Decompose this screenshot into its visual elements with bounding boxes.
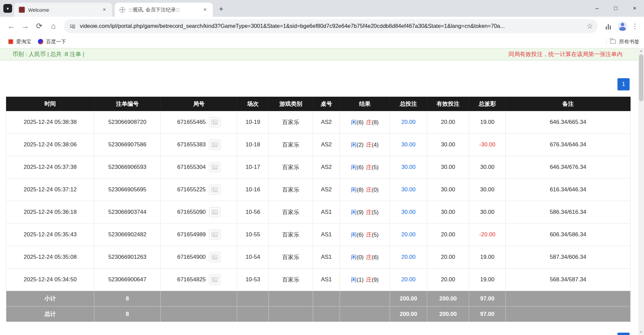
tab-search-button[interactable]: ▾ bbox=[3, 4, 12, 13]
tab-close-icon[interactable]: × bbox=[201, 6, 209, 13]
total-bet-link[interactable]: 30.00 bbox=[401, 209, 416, 215]
forward-icon[interactable]: → bbox=[18, 19, 32, 33]
table-row: 2025-12-24 05:37:38 523066906593 6716553… bbox=[6, 156, 631, 179]
total-bet-link[interactable]: 20.00 bbox=[401, 276, 416, 283]
page-scrollbar[interactable]: ▲ ▼ bbox=[638, 48, 644, 335]
banker-result: 庄 bbox=[366, 142, 372, 148]
cell-session: 10-17 bbox=[237, 156, 269, 179]
pagination-page-1-bottom[interactable]: 1 bbox=[617, 333, 630, 335]
cell-total-bet[interactable]: 20.00 bbox=[390, 224, 427, 246]
new-tab-button[interactable]: + bbox=[215, 3, 227, 15]
cell-total-bet[interactable]: 20.00 bbox=[390, 269, 427, 291]
cell-time: 2025-12-24 05:34:50 bbox=[6, 269, 94, 291]
round-result-image-icon[interactable] bbox=[209, 230, 220, 240]
cell-total-bet[interactable]: 30.00 bbox=[390, 156, 427, 179]
cell-session: 10-53 bbox=[237, 269, 269, 291]
close-button[interactable]: × bbox=[625, 0, 644, 17]
maximize-button[interactable]: □ bbox=[606, 0, 625, 17]
cell-valid-bet: 30.00 bbox=[427, 134, 469, 156]
bookmark-baidu[interactable]: 百度一下 bbox=[35, 37, 69, 46]
table-header: 时间 注单编号 局号 场次 游戏类别 桌号 结果 总投注 有效投注 总派彩 备注 bbox=[6, 97, 631, 111]
cell-total-bet[interactable]: 30.00 bbox=[390, 179, 427, 201]
media-controls-icon[interactable] bbox=[604, 23, 612, 30]
total-bet-link[interactable]: 20.00 bbox=[401, 119, 416, 125]
total-bet-link[interactable]: 20.00 bbox=[401, 231, 416, 238]
player-result: 闲 bbox=[351, 254, 357, 260]
header-round: 局号 bbox=[161, 97, 237, 111]
cell-result: 闲(8)庄(0) bbox=[340, 179, 390, 201]
header-table-no: 桌号 bbox=[313, 97, 340, 111]
folder-icon bbox=[610, 40, 616, 44]
total-bet-link[interactable]: 20.00 bbox=[401, 254, 416, 260]
total-bet-link[interactable]: 30.00 bbox=[401, 141, 416, 148]
header-game-type: 游戏类别 bbox=[269, 97, 313, 111]
scroll-down-icon[interactable]: ▼ bbox=[638, 329, 644, 335]
home-icon[interactable]: ⌂ bbox=[46, 19, 60, 33]
table-row: 2025-12-24 05:35:43 523066902482 6716549… bbox=[6, 224, 631, 246]
round-result-image-icon[interactable] bbox=[209, 140, 220, 150]
cell-session: 10-19 bbox=[237, 111, 269, 134]
total-bet-link[interactable]: 30.00 bbox=[401, 164, 416, 170]
refresh-icon[interactable]: ⟳ bbox=[32, 19, 46, 33]
cell-table-no: AS1 bbox=[313, 224, 340, 246]
player-result: 闲 bbox=[351, 209, 357, 216]
all-bookmarks[interactable]: 所有书签 bbox=[606, 39, 639, 45]
bookmark-aitaobao[interactable]: 爱淘宝 bbox=[5, 37, 35, 46]
browser-menu-icon[interactable]: ⋮ bbox=[630, 22, 640, 30]
site-info-icon[interactable] bbox=[69, 23, 76, 30]
cell-result: 闲(9)庄(5) bbox=[340, 201, 390, 224]
round-result-image-icon[interactable] bbox=[209, 252, 220, 262]
cell-time: 2025-12-24 05:35:08 bbox=[6, 246, 94, 269]
cell-payout: -30.00 bbox=[469, 134, 506, 156]
player-result: 闲 bbox=[351, 187, 357, 193]
total-bet-link[interactable]: 30.00 bbox=[401, 186, 416, 193]
cell-table-no: AS2 bbox=[313, 156, 340, 179]
header-valid-bet: 有效投注 bbox=[427, 97, 469, 111]
cell-total-bet[interactable]: 30.00 bbox=[390, 201, 427, 224]
minimize-button[interactable]: – bbox=[588, 0, 606, 17]
total-total-bet: 200.00 bbox=[390, 306, 427, 322]
tab-welcome[interactable]: Welcome × bbox=[14, 3, 112, 17]
table-row: 2025-12-24 05:34:50 523066900647 6716548… bbox=[6, 269, 631, 291]
cell-table-no: AS2 bbox=[313, 179, 340, 201]
tab-close-icon[interactable]: × bbox=[101, 6, 108, 13]
cell-valid-bet: 20.00 bbox=[427, 246, 469, 269]
pagination-page-1-top[interactable]: 1 bbox=[617, 78, 630, 90]
tab-bet-record[interactable]: :::视讯, 会员下注纪录::: × bbox=[115, 3, 213, 17]
cell-total-bet[interactable]: 20.00 bbox=[390, 111, 427, 134]
bookmark-star-icon[interactable]: ☆ bbox=[587, 22, 593, 30]
round-result-image-icon[interactable] bbox=[209, 162, 220, 172]
back-icon[interactable]: ← bbox=[4, 19, 18, 33]
total-payout: 97.00 bbox=[469, 306, 506, 322]
round-result-image-icon[interactable] bbox=[209, 207, 220, 217]
cell-remark: 587.34/606.34 bbox=[506, 246, 631, 269]
round-result-image-icon[interactable] bbox=[209, 185, 220, 195]
cell-total-bet[interactable]: 30.00 bbox=[390, 134, 427, 156]
cell-round: 671655090 bbox=[161, 201, 237, 224]
cell-session: 10-56 bbox=[237, 201, 269, 224]
scroll-up-icon[interactable]: ▲ bbox=[638, 48, 644, 54]
profile-avatar-icon[interactable] bbox=[618, 21, 627, 31]
cell-payout: -20.00 bbox=[469, 224, 506, 246]
scrollbar-thumb[interactable] bbox=[639, 54, 643, 101]
cell-valid-bet: 30.00 bbox=[427, 156, 469, 179]
cell-total-bet[interactable]: 20.00 bbox=[390, 246, 427, 269]
taobao-favicon-icon bbox=[8, 39, 13, 44]
round-number: 671654900 bbox=[177, 254, 206, 260]
banker-result: 庄 bbox=[366, 209, 372, 216]
cell-table-no: AS1 bbox=[313, 246, 340, 269]
subtotal-total-bet: 200.00 bbox=[390, 291, 427, 306]
url-text[interactable]: videoie.com/ipl/portal.php/game/betrecor… bbox=[80, 23, 583, 29]
cell-session: 10-54 bbox=[237, 246, 269, 269]
cell-game-type: 百家乐 bbox=[269, 111, 313, 134]
browser-toolbar: ← → ⟳ ⌂ videoie.com/ipl/portal.php/game/… bbox=[0, 17, 644, 35]
banker-value: (4) bbox=[372, 142, 379, 148]
banker-result: 庄 bbox=[366, 277, 372, 283]
round-result-image-icon[interactable] bbox=[209, 275, 220, 285]
cell-bet-id: 523066908720 bbox=[94, 111, 161, 134]
bookmark-label: 百度一下 bbox=[46, 39, 66, 45]
address-bar[interactable]: videoie.com/ipl/portal.php/game/betrecor… bbox=[64, 19, 598, 33]
cell-remark: 568.34/587.34 bbox=[506, 269, 631, 291]
round-number: 671654989 bbox=[177, 231, 206, 238]
round-result-image-icon[interactable] bbox=[209, 117, 220, 127]
